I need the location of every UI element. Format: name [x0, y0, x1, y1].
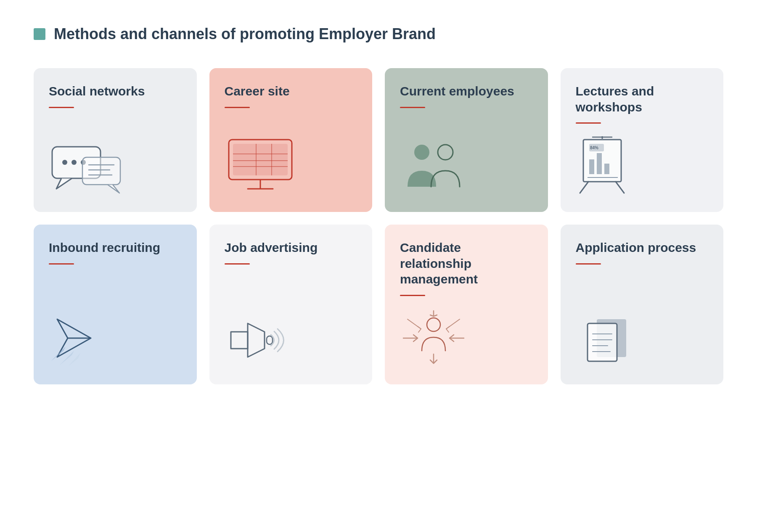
card-divider-job-advertising: [225, 263, 250, 265]
card-social-networks: Social networks: [34, 68, 197, 212]
card-application-process: Application process: [561, 225, 724, 384]
card-divider-current-employees: [400, 107, 425, 108]
card-icon-social-networks: [49, 121, 182, 196]
svg-point-17: [414, 145, 429, 160]
card-divider-candidate-relationship: [400, 295, 425, 296]
card-career-site: Career site: [209, 68, 373, 212]
svg-rect-4: [82, 157, 120, 185]
card-inbound-recruiting: Inbound recruiting: [34, 225, 197, 384]
social-networks-icon: [49, 140, 124, 195]
svg-marker-35: [231, 332, 248, 349]
card-lectures-workshops: Lectures and workshops 84%: [561, 68, 724, 212]
lectures-workshops-icon: 84%: [576, 136, 630, 195]
candidate-relationship-icon: [400, 309, 467, 368]
card-icon-candidate-relationship: [400, 309, 533, 368]
svg-rect-9: [233, 144, 288, 175]
card-icon-inbound-recruiting: [49, 277, 182, 368]
svg-marker-34: [68, 353, 80, 367]
card-job-advertising: Job advertising: [209, 225, 373, 384]
header-accent-block: [34, 28, 45, 40]
svg-rect-21: [597, 153, 602, 174]
card-title-lectures-workshops: Lectures and workshops: [576, 83, 709, 115]
card-divider-lectures-workshops: [576, 122, 601, 124]
card-title-candidate-relationship: Candidate relationship management: [400, 240, 533, 287]
current-employees-icon: [400, 140, 467, 195]
card-divider-inbound-recruiting: [49, 263, 74, 265]
card-title-social-networks: Social networks: [49, 83, 182, 99]
card-icon-application-process: [576, 277, 709, 368]
svg-point-2: [71, 160, 77, 165]
card-icon-career-site: [225, 121, 357, 196]
svg-point-1: [62, 160, 67, 165]
card-title-job-advertising: Job advertising: [225, 240, 357, 256]
card-icon-current-employees: [400, 121, 533, 196]
card-candidate-relationship: Candidate relationship management: [385, 225, 548, 384]
svg-text:84%: 84%: [590, 146, 598, 150]
card-current-employees: Current employees: [385, 68, 548, 212]
card-divider-career-site: [225, 107, 250, 108]
svg-rect-22: [604, 164, 609, 174]
card-title-current-employees: Current employees: [400, 83, 533, 99]
card-divider-application-process: [576, 263, 601, 265]
svg-rect-37: [267, 336, 273, 344]
card-icon-job-advertising: [225, 277, 357, 368]
svg-marker-36: [248, 323, 265, 357]
svg-line-27: [616, 182, 624, 193]
svg-rect-46: [588, 323, 617, 361]
svg-line-26: [580, 182, 588, 193]
card-divider-social-networks: [49, 107, 74, 108]
card-icon-lectures-workshops: 84%: [576, 136, 709, 195]
application-process-icon: [576, 313, 639, 368]
inbound-recruiting-icon: [49, 313, 129, 368]
card-title-career-site: Career site: [225, 83, 357, 99]
svg-point-38: [427, 318, 440, 331]
job-advertising-icon: [225, 313, 296, 368]
career-site-icon: [225, 136, 296, 195]
svg-rect-20: [589, 159, 594, 174]
svg-point-18: [438, 145, 453, 160]
page-title: Methods and channels of promoting Employ…: [54, 25, 436, 43]
page-header: Methods and channels of promoting Employ…: [34, 25, 436, 43]
card-title-application-process: Application process: [576, 240, 709, 256]
cards-grid: Social networks: [34, 68, 723, 384]
card-title-inbound-recruiting: Inbound recruiting: [49, 240, 182, 256]
